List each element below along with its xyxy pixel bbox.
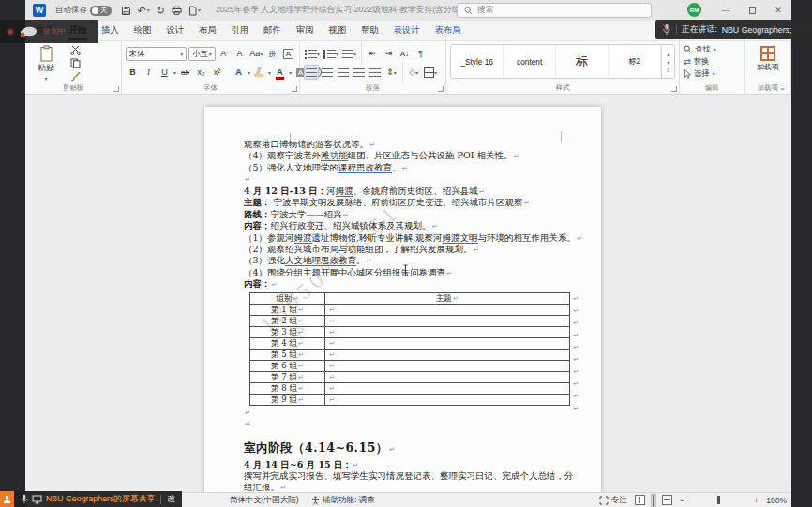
text-effects-button[interactable]: A — [232, 65, 246, 80]
change-case-button[interactable]: Aa▾ — [249, 46, 263, 61]
table-cell-topic[interactable]: ↵ — [325, 349, 570, 360]
zoom-slider[interactable] — [688, 500, 750, 500]
align-left-button[interactable] — [304, 65, 319, 80]
tab-绘图[interactable]: 绘图 — [127, 21, 159, 40]
replace-button[interactable]: ⇄ 替换 — [684, 55, 740, 67]
sort-button[interactable]: A↓ — [398, 46, 412, 61]
numbering-button[interactable]: ▾ — [323, 46, 339, 61]
avatar[interactable]: RM — [687, 3, 701, 17]
maximize-button[interactable] — [739, 0, 765, 21]
tab-设计[interactable]: 设计 — [158, 21, 191, 40]
paste-dropdown-icon[interactable]: ▾ — [44, 75, 47, 82]
line-spacing-button[interactable]: ⇕▾ — [384, 65, 398, 80]
zoom-level[interactable]: 100% — [766, 496, 787, 505]
font-color-dropdown-icon[interactable]: ▾ — [289, 69, 292, 76]
align-center-button[interactable] — [321, 65, 335, 80]
language-status[interactable]: 简体中文(中国大陆) — [230, 493, 299, 507]
underline-button[interactable]: U — [158, 65, 172, 80]
table-cell-topic[interactable]: ↵ — [325, 304, 570, 315]
font-color-button[interactable]: A — [273, 65, 287, 80]
increase-indent-button[interactable]: ⇥ — [382, 46, 396, 61]
minimize-button[interactable]: — — [713, 0, 739, 21]
show-marks-button[interactable]: ¶ — [414, 46, 428, 61]
bullets-button[interactable]: ▾ — [304, 46, 321, 61]
content-table[interactable]: 组别↵主题↵第 1 组↵↵第 2 组↵↵第 3 组↵↵第 4 组↵↵第 5 组↵… — [249, 292, 570, 406]
zoom-slider-thumb[interactable] — [717, 496, 720, 504]
page[interactable]: 观察港口博物馆的游客状况等。↵（4）观察宁波老外滩功能组团、片区业态与公共设施 … — [204, 107, 601, 492]
decrease-indent-button[interactable]: ⇤ — [366, 46, 380, 61]
paragraph-dialog-launcher[interactable] — [438, 86, 444, 92]
cut-button[interactable] — [68, 44, 83, 55]
bold-button[interactable]: B — [126, 65, 140, 80]
addins-button[interactable]: 加载项 — [749, 44, 788, 71]
share-overlay-suffix[interactable]: 改 — [167, 494, 175, 505]
tab-审阅[interactable]: 审阅 — [289, 21, 322, 40]
superscript-button[interactable]: x² — [210, 65, 224, 80]
tab-表布局[interactable]: 表布局 — [427, 21, 468, 40]
zoom-in-button[interactable]: + — [754, 496, 759, 505]
undo-button[interactable]: ↶▾ — [138, 6, 150, 16]
find-button[interactable]: 查找▾ — [684, 43, 740, 55]
zoom-out-button[interactable]: − — [680, 496, 684, 505]
underline-dropdown-icon[interactable]: ▾ — [173, 69, 176, 76]
document-action-button[interactable]: ▾ — [188, 6, 201, 16]
tab-插入[interactable]: 插入 — [94, 21, 127, 40]
table-cell-group[interactable]: 第 8 组↵ — [250, 382, 325, 394]
justify-button[interactable] — [353, 65, 367, 80]
text-effects-dropdown-icon[interactable]: ▾ — [248, 69, 250, 76]
italic-button[interactable]: I — [142, 65, 156, 80]
character-border-button[interactable]: A — [281, 46, 295, 61]
share-status-pill[interactable]: NBU Geographers的屏幕共享 改 — [14, 491, 182, 507]
save-button[interactable] — [121, 6, 131, 16]
table-cell-group[interactable]: 第 2 组↵ — [250, 315, 325, 326]
font-name-combo[interactable]: 宋体▾ — [126, 47, 187, 61]
table-cell-topic[interactable]: ↵ — [325, 337, 570, 349]
word-app-icon[interactable]: W — [33, 4, 46, 17]
table-cell-topic[interactable]: ↵ — [325, 360, 570, 371]
autosave-toggle[interactable]: 自动保存 关 — [55, 5, 112, 16]
phonetic-guide-button[interactable]: 拼 — [265, 46, 279, 61]
highlight-dropdown-icon[interactable]: ▾ — [268, 69, 271, 76]
tab-引用[interactable]: 引用 — [224, 21, 257, 40]
copy-button[interactable] — [68, 57, 83, 68]
accessibility-status[interactable]: 辅助功能: 调查 — [311, 493, 375, 507]
table-cell-group[interactable]: 第 4 组↵ — [250, 337, 325, 349]
borders-button[interactable]: ▾ — [423, 65, 438, 80]
web-layout-button[interactable] — [662, 495, 672, 505]
table-cell-group[interactable]: 第 6 组↵ — [250, 360, 325, 371]
table-cell-group[interactable]: 第 5 组↵ — [250, 349, 325, 360]
table-header-cell[interactable]: 组别↵ — [250, 292, 325, 304]
tab-帮助[interactable]: 帮助 — [353, 21, 386, 40]
style-item-3[interactable]: 标 — [556, 45, 609, 78]
collapse-ribbon-icon[interactable]: ⌄ — [779, 83, 786, 92]
shrink-font-button[interactable]: Aˇ — [233, 46, 248, 61]
table-cell-topic[interactable]: ↵ — [325, 315, 570, 326]
participants-button[interactable] — [0, 491, 14, 507]
table-cell-group[interactable]: 第 1 组↵ — [250, 304, 325, 315]
styles-dialog-launcher[interactable] — [671, 86, 677, 92]
format-painter-button[interactable] — [68, 70, 83, 82]
read-mode-button[interactable] — [635, 495, 645, 505]
highlight-button[interactable] — [252, 65, 266, 80]
close-button[interactable]: ✕ — [765, 0, 791, 21]
font-size-combo[interactable]: 小五▾ — [188, 47, 216, 61]
table-cell-topic[interactable]: ↵ — [325, 326, 570, 337]
style-item-2[interactable]: content — [504, 45, 556, 78]
table-cell-topic[interactable]: ↵ — [325, 394, 570, 405]
clipboard-dialog-launcher[interactable] — [113, 86, 119, 92]
style-item-4[interactable]: 标2 — [609, 45, 661, 78]
print-layout-button[interactable] — [651, 494, 656, 507]
paste-button[interactable]: 粘贴 ▾ — [29, 44, 63, 82]
tab-邮件[interactable]: 邮件 — [256, 21, 289, 40]
distribute-button[interactable] — [368, 65, 383, 80]
tab-表设计[interactable]: 表设计 — [386, 21, 428, 40]
focus-button[interactable]: 专注 — [599, 495, 627, 506]
table-cell-group[interactable]: 第 9 组↵ — [250, 394, 325, 405]
print-button[interactable] — [172, 6, 182, 15]
shading-fill-button[interactable]: ◇▾ — [407, 65, 421, 80]
table-header-cell[interactable]: 主题↵ — [325, 292, 570, 304]
styles-gallery-scroll[interactable]: ▴▾≡ — [661, 45, 674, 78]
multilevel-list-button[interactable]: ▾ — [341, 46, 357, 61]
tab-布局[interactable]: 布局 — [191, 21, 224, 40]
subscript-button[interactable]: x₂ — [194, 65, 208, 80]
